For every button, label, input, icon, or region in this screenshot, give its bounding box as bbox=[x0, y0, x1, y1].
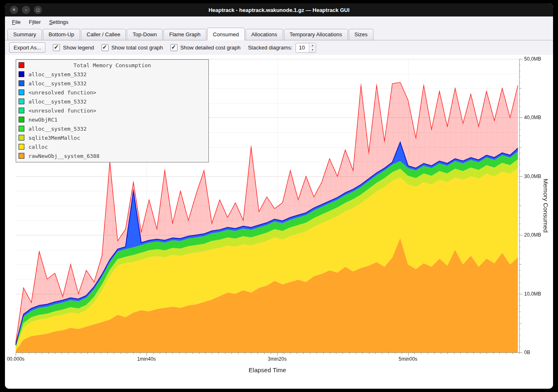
spinbox-down-button[interactable]: ▼ bbox=[309, 48, 316, 52]
toolbar: Export As... Show legend Show total cost… bbox=[5, 40, 553, 55]
legend-swatch bbox=[19, 80, 24, 86]
window-title: Heaptrack - heaptrack.wakunode.1.gz — He… bbox=[5, 7, 553, 13]
titlebar[interactable]: ✕ – ◻ Heaptrack - heaptrack.wakunode.1.g… bbox=[5, 3, 553, 16]
legend-swatch bbox=[19, 62, 24, 68]
legend-item: alloc__system_5332 bbox=[16, 124, 208, 133]
legend-item: newObjRC1 bbox=[16, 115, 208, 124]
tab-temporary-allocations[interactable]: Temporary Allocations bbox=[284, 29, 348, 40]
tab-consumed[interactable]: Consumed bbox=[207, 28, 245, 40]
legend-swatch bbox=[19, 108, 24, 113]
x-axis-title: Elapsed Time bbox=[16, 366, 519, 373]
legend-swatch bbox=[19, 99, 24, 104]
tab-bottom-up[interactable]: Bottom-Up bbox=[43, 29, 80, 40]
checkbox-label: Show legend bbox=[63, 45, 94, 51]
checkbox-label: Show total cost graph bbox=[111, 45, 163, 51]
tabbar: SummaryBottom-UpCaller / CalleeTop-DownF… bbox=[5, 28, 553, 40]
stacked-diagrams-spinbox[interactable]: 10 ▲ ▼ bbox=[296, 43, 316, 53]
tab-sizes[interactable]: Sizes bbox=[349, 29, 374, 40]
spinbox-up-button[interactable]: ▲ bbox=[309, 43, 316, 48]
tab-top-down[interactable]: Top-Down bbox=[127, 29, 163, 40]
x-tick-label: 00.000s bbox=[7, 356, 25, 362]
legend-item: alloc__system_5332 bbox=[16, 79, 208, 88]
y-tick-label: 20,0MB bbox=[524, 232, 541, 238]
chart-area: Total Memory Consumptionalloc__system_53… bbox=[5, 55, 553, 389]
app-window: ✕ – ◻ Heaptrack - heaptrack.wakunode.1.g… bbox=[5, 3, 553, 389]
x-tick-label: 1min40s bbox=[137, 356, 156, 362]
checkbox-box[interactable] bbox=[53, 44, 60, 51]
menu-settings[interactable]: Settings bbox=[45, 18, 72, 26]
export-as-button[interactable]: Export As... bbox=[9, 42, 45, 53]
spinbox-value: 10 bbox=[296, 43, 309, 52]
spinbox-buttons: ▲ ▼ bbox=[309, 43, 316, 52]
tab-allocations[interactable]: Allocations bbox=[246, 29, 283, 40]
legend-item: alloc__system_5332 bbox=[16, 70, 208, 79]
chart-legend: Total Memory Consumptionalloc__system_53… bbox=[16, 59, 209, 162]
menubar: FileFilterSettings bbox=[5, 16, 553, 28]
legend-swatch bbox=[19, 153, 24, 159]
show-detailed-cost-checkbox[interactable]: Show detailed cost graph bbox=[170, 44, 241, 51]
menu-filter[interactable]: Filter bbox=[25, 18, 45, 26]
checkbox-label: Show detailed cost graph bbox=[180, 45, 241, 51]
legend-swatch bbox=[19, 144, 24, 150]
y-tick-label: 0B bbox=[524, 350, 530, 355]
checkbox-box[interactable] bbox=[170, 44, 177, 51]
legend-item: <unresolved function> bbox=[16, 88, 208, 97]
legend-item: calloc bbox=[16, 142, 208, 151]
maximize-button[interactable]: ◻ bbox=[34, 6, 42, 14]
close-button[interactable]: ✕ bbox=[10, 6, 18, 14]
y-tick-label: 40,0MB bbox=[524, 115, 541, 120]
legend-swatch bbox=[19, 71, 24, 77]
tab-flame-graph[interactable]: Flame Graph bbox=[163, 29, 206, 40]
legend-item: sqlite3MemMalloc bbox=[16, 133, 208, 142]
y-axis-title: Memory Consumed bbox=[542, 179, 549, 233]
legend-item: rawNewObj__system_6388 bbox=[16, 151, 208, 160]
checkbox-box[interactable] bbox=[102, 44, 109, 51]
legend-item: <unresolved function> bbox=[16, 106, 208, 115]
window-controls: ✕ – ◻ bbox=[5, 6, 42, 14]
stacked-diagrams-label: Stacked diagrams: bbox=[248, 45, 293, 51]
legend-swatch bbox=[19, 89, 24, 95]
legend-item: alloc__system_5332 bbox=[16, 97, 208, 106]
legend-swatch bbox=[19, 126, 24, 131]
tab-summary[interactable]: Summary bbox=[7, 29, 42, 40]
stacked-diagrams-group: Stacked diagrams: 10 ▲ ▼ bbox=[248, 43, 317, 53]
legend-swatch bbox=[19, 135, 24, 141]
x-tick-label: 3min20s bbox=[268, 356, 286, 362]
show-legend-checkbox[interactable]: Show legend bbox=[53, 44, 94, 51]
y-tick-label: 10,0MB bbox=[524, 291, 541, 297]
menu-file[interactable]: File bbox=[8, 18, 24, 26]
minimize-button[interactable]: – bbox=[22, 6, 30, 14]
y-tick-label: 50,0MB bbox=[524, 56, 541, 62]
y-tick-label: 30,0MB bbox=[524, 174, 541, 179]
legend-swatch bbox=[19, 117, 24, 122]
legend-title: Total Memory Consumption bbox=[16, 61, 208, 70]
x-tick-label: 5min00s bbox=[399, 356, 417, 362]
show-total-cost-checkbox[interactable]: Show total cost graph bbox=[102, 44, 163, 51]
tab-caller-callee[interactable]: Caller / Callee bbox=[81, 29, 126, 40]
